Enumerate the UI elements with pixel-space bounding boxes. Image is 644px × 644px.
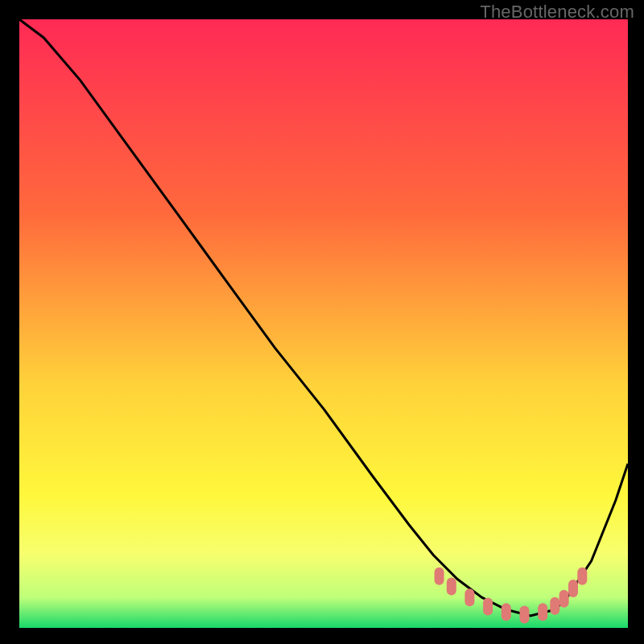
curve-marker (502, 603, 511, 621)
bottleneck-chart (19, 19, 628, 628)
curve-marker (550, 597, 559, 615)
curve-marker (559, 590, 569, 608)
curve-marker (538, 603, 547, 621)
chart-frame (19, 19, 628, 628)
curve-marker (568, 580, 578, 597)
curve-marker (577, 568, 587, 585)
watermark-text: TheBottleneck.com (480, 2, 634, 23)
gradient-background (19, 19, 628, 628)
curve-marker (520, 605, 530, 623)
curve-marker (464, 588, 474, 606)
curve-marker (435, 568, 444, 585)
curve-marker (447, 578, 456, 596)
curve-marker (483, 598, 493, 616)
